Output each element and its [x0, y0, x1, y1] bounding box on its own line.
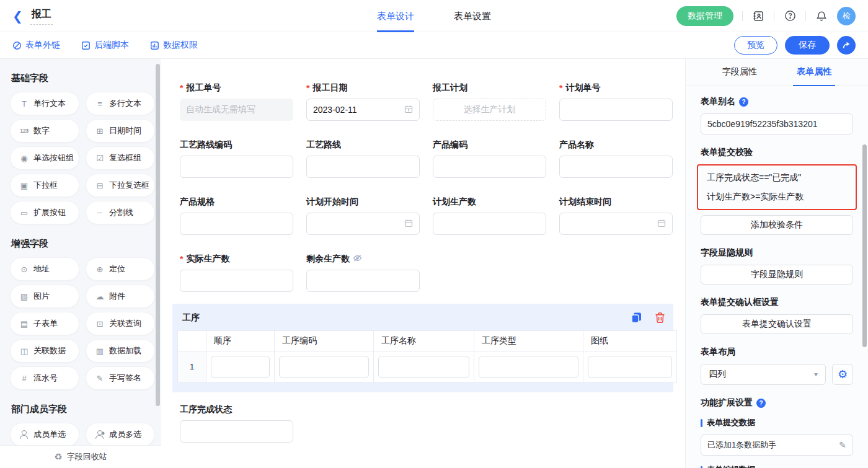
field-item-location[interactable]: ⊕定位: [86, 257, 155, 281]
product-code-input[interactable]: [433, 156, 546, 178]
tab-form-design[interactable]: 表单设计: [377, 0, 414, 32]
form-field-plan-no[interactable]: *计划单号: [559, 82, 673, 121]
field-recycle-bin[interactable]: ♻ 字段回收站: [0, 445, 161, 468]
validation-rule[interactable]: 工序完成状态=="已完成": [707, 168, 847, 187]
product-name-input[interactable]: [559, 156, 673, 178]
field-item-datetime[interactable]: ⊞日期时间: [86, 119, 155, 143]
save-button[interactable]: 保存: [785, 36, 830, 55]
submit-data-assistant[interactable]: 已添加1条数据助手 ✎: [701, 435, 853, 456]
plan-start-time-input[interactable]: [306, 213, 420, 235]
alias-help-icon[interactable]: ?: [739, 97, 748, 107]
field-item-single-line-text[interactable]: T单行文本: [10, 92, 79, 115]
layout-settings-button[interactable]: ⚙: [832, 364, 853, 385]
ext-settings-title: 功能扩展设置: [701, 397, 753, 408]
form-field-plan-start-time[interactable]: 计划开始时间: [306, 196, 420, 235]
sidebar-scrollbar[interactable]: [156, 64, 160, 406]
share-button[interactable]: [837, 36, 856, 55]
submit-confirm-button[interactable]: 表单提交确认设置: [701, 314, 853, 334]
process-code-cell-input[interactable]: [279, 356, 369, 378]
product-spec-input[interactable]: [180, 213, 293, 235]
layout-select[interactable]: 四列 ▾: [701, 364, 826, 385]
validation-rule[interactable]: 计划生产数>=实际生产数: [707, 187, 847, 206]
form-field-actual-qty[interactable]: *实际生产数: [180, 254, 293, 292]
ext-help-icon[interactable]: ?: [756, 399, 766, 408]
subtable-processes[interactable]: 工序 顺序 工序编码 工序名称 工序类型: [172, 304, 673, 392]
avatar[interactable]: 检: [837, 7, 856, 25]
field-item-signature[interactable]: ✎手写签名: [86, 366, 155, 390]
field-item-radio-group[interactable]: ◉单选按钮组: [10, 146, 79, 170]
copy-icon[interactable]: [630, 311, 643, 324]
form-field-route-code[interactable]: 工艺路线编码: [180, 139, 293, 178]
field-item-member-single[interactable]: 成员单选: [10, 423, 79, 445]
field-item-member-multi[interactable]: 成员多选: [86, 423, 155, 445]
field-item-extend-button[interactable]: ▭扩展按钮: [10, 201, 79, 224]
calendar-icon: [404, 219, 413, 229]
route-input[interactable]: [306, 156, 420, 178]
field-item-number[interactable]: 123数字: [10, 119, 79, 143]
submit-data-title: 表单提交数据: [701, 417, 853, 428]
help-icon[interactable]: [783, 9, 797, 23]
field-item-attachment[interactable]: ☁附件: [86, 285, 155, 308]
form-field-product-spec[interactable]: 产品规格: [180, 196, 293, 235]
notification-bell-icon[interactable]: [815, 9, 828, 23]
contacts-icon[interactable]: [751, 9, 765, 23]
report-no-input[interactable]: 自动生成无需填写: [180, 99, 293, 121]
delete-icon[interactable]: [654, 312, 666, 324]
tab-form-settings[interactable]: 表单设置: [454, 0, 491, 32]
report-date-input[interactable]: 2023-02-11: [306, 99, 420, 121]
order-cell-input[interactable]: [211, 356, 270, 378]
col-header-order: 顺序: [206, 331, 275, 351]
process-status-input[interactable]: [180, 420, 293, 443]
field-item-linked-query[interactable]: ⊡关联查询: [86, 312, 155, 335]
field-item-divider[interactable]: ╌分割线: [86, 201, 155, 224]
form-field-report-date[interactable]: *报工日期 2023-02-11: [306, 82, 420, 121]
remaining-qty-input[interactable]: [306, 270, 420, 292]
form-title[interactable]: 报工: [30, 7, 53, 25]
tab-field-properties[interactable]: 字段属性: [719, 59, 761, 86]
form-field-plan-end-time[interactable]: 计划结束时间: [559, 196, 673, 235]
field-item-select[interactable]: ▣下拉框: [10, 174, 79, 197]
field-item-multi-select[interactable]: ⊟下拉复选框: [86, 174, 155, 197]
process-type-cell-input[interactable]: [479, 356, 578, 378]
panel-scrollbar[interactable]: [862, 144, 867, 347]
back-icon[interactable]: ❮: [12, 10, 23, 22]
plan-end-time-input[interactable]: [559, 213, 673, 235]
field-item-address[interactable]: ⊙地址: [10, 257, 79, 281]
backend-script-link[interactable]: 后端脚本: [81, 40, 129, 51]
field-item-linked-data[interactable]: ◫关联数据: [10, 339, 79, 363]
form-field-plan-qty[interactable]: 计划生产数: [433, 196, 546, 235]
field-item-serial-number[interactable]: #流水号: [10, 366, 79, 390]
serial-number-icon: #: [19, 374, 29, 383]
data-manage-button[interactable]: 数据管理: [676, 6, 733, 26]
field-library-sidebar: 基础字段 T单行文本 ≡多行文本 123数字 ⊞日期时间 ◉单选按钮组 ☑复选框…: [0, 59, 161, 468]
edit-pencil-icon[interactable]: ✎: [839, 440, 846, 450]
actual-qty-input[interactable]: [180, 270, 293, 292]
field-item-checkbox-group[interactable]: ☑复选框组: [86, 146, 155, 170]
preview-button[interactable]: 预览: [734, 36, 777, 55]
field-item-image[interactable]: ▧图片: [10, 285, 79, 308]
report-plan-picker[interactable]: 选择生产计划: [433, 99, 546, 121]
field-item-subform[interactable]: ▤子表单: [10, 312, 79, 335]
process-name-cell-input[interactable]: [378, 356, 469, 378]
form-external-link[interactable]: 表单外链: [12, 40, 60, 51]
form-field-report-no[interactable]: *报工单号 自动生成无需填写: [180, 82, 293, 121]
visibility-rules-button[interactable]: 字段显隐规则: [701, 265, 853, 285]
add-validation-button[interactable]: 添加校验条件: [701, 215, 853, 235]
plan-no-input[interactable]: [559, 99, 673, 121]
data-permission-link[interactable]: 数据权限: [150, 40, 198, 51]
form-field-route[interactable]: 工艺路线: [306, 139, 420, 178]
tab-form-properties[interactable]: 表单属性: [793, 59, 835, 86]
drawing-cell-input[interactable]: [588, 356, 672, 378]
form-field-remaining-qty[interactable]: 剩余生产数: [306, 254, 420, 292]
field-item-data-load[interactable]: ▥数据加载: [86, 339, 155, 363]
extend-button-icon: ▭: [19, 208, 29, 218]
alias-input[interactable]: 5cbc0e919f52235f3b313201: [701, 113, 853, 135]
form-field-product-name[interactable]: 产品名称: [559, 139, 673, 178]
form-field-process-status[interactable]: 工序完成状态: [180, 404, 293, 443]
plan-qty-input[interactable]: [433, 213, 546, 235]
route-code-input[interactable]: [180, 156, 293, 178]
form-field-report-plan[interactable]: 报工计划 选择生产计划: [433, 82, 546, 121]
hidden-eye-icon: [353, 254, 362, 264]
form-field-product-code[interactable]: 产品编码: [433, 139, 546, 178]
field-item-multi-line-text[interactable]: ≡多行文本: [86, 92, 155, 115]
